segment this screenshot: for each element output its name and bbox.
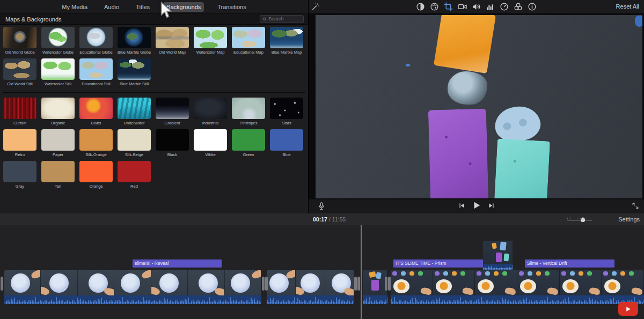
crop-icon[interactable] <box>444 2 453 11</box>
background-item-old-world-globe[interactable]: Old World Globe <box>3 27 36 55</box>
background-item-blue-marble-map[interactable]: Blue Marble Map <box>270 27 303 55</box>
background-thumbnail[interactable] <box>270 98 303 119</box>
background-thumbnail[interactable] <box>79 27 113 48</box>
background-item-silk-orange[interactable]: Silk-Orange <box>79 129 113 157</box>
background-thumbnail[interactable] <box>79 58 113 80</box>
background-thumbnail[interactable] <box>41 161 75 182</box>
speed-icon[interactable] <box>500 2 509 11</box>
background-item-black[interactable]: Black <box>156 129 189 157</box>
timeline-clip[interactable] <box>4 270 261 304</box>
settings-button[interactable]: Settings <box>618 216 640 222</box>
timeline-clip[interactable] <box>363 270 387 304</box>
background-item-orange[interactable]: Orange <box>79 161 113 189</box>
timeline-clip[interactable] <box>267 270 354 304</box>
background-thumbnail[interactable] <box>3 129 36 151</box>
background-item-watercolor-still[interactable]: Watercolor Still <box>41 58 75 86</box>
background-thumbnail[interactable] <box>232 129 265 151</box>
background-item-pinstripes[interactable]: Pinstripes <box>232 98 265 125</box>
background-thumbnail[interactable] <box>118 129 151 151</box>
background-item-paper[interactable]: Paper <box>41 129 75 157</box>
background-item-blue-marble-globe[interactable]: Blue Marble Globe <box>118 27 151 55</box>
background-item-gray[interactable]: Gray <box>3 161 36 189</box>
clip-trim-handle[interactable] <box>388 277 391 291</box>
background-thumbnail[interactable] <box>79 161 113 182</box>
background-thumbnail[interactable] <box>118 58 151 80</box>
background-thumbnail[interactable] <box>118 98 151 119</box>
background-item-blue[interactable]: Blue <box>270 129 303 157</box>
tab-my-media[interactable]: My Media <box>58 2 91 12</box>
background-thumbnail[interactable] <box>270 27 303 48</box>
background-thumbnail[interactable] <box>3 161 36 182</box>
background-thumbnail[interactable] <box>41 58 75 80</box>
skip-back-icon[interactable] <box>458 202 465 211</box>
background-thumbnail[interactable] <box>79 129 113 151</box>
background-thumbnail[interactable] <box>3 98 36 119</box>
background-thumbnail[interactable] <box>156 98 189 119</box>
background-item-green[interactable]: Green <box>232 129 265 157</box>
search-field[interactable]: Search <box>260 15 304 23</box>
background-thumbnail[interactable] <box>270 129 303 151</box>
color-balance-icon[interactable] <box>416 2 425 11</box>
background-thumbnail[interactable] <box>194 27 227 48</box>
title-overlay-clip[interactable]: slime!!!! - Reveal <box>133 259 222 268</box>
clip-trim-handle[interactable] <box>262 277 265 291</box>
background-item-gradient[interactable]: Gradient <box>156 98 189 125</box>
timeline-clip[interactable] <box>391 270 644 304</box>
fullscreen-icon[interactable] <box>632 202 639 212</box>
timeline[interactable]: slime!!!! - RevealIT'S SLIME TIME - Pris… <box>0 225 644 319</box>
background-thumbnail[interactable] <box>232 98 265 119</box>
background-thumbnail[interactable] <box>41 27 75 48</box>
background-thumbnail[interactable] <box>156 27 189 48</box>
background-item-educational-still[interactable]: Educational Still <box>79 58 113 86</box>
background-item-educational-map[interactable]: Educational Map <box>232 27 265 55</box>
background-item-old-world-still[interactable]: Old World Still <box>3 58 36 86</box>
background-item-underwater[interactable]: Underwater <box>118 98 151 125</box>
clip-trim-handle[interactable] <box>354 277 357 291</box>
background-item-old-world-map[interactable]: Old World Map <box>156 27 189 55</box>
background-item-white[interactable]: White <box>194 129 227 157</box>
color-correction-icon[interactable] <box>430 2 439 11</box>
background-thumbnail[interactable] <box>118 161 151 182</box>
tab-transitions[interactable]: Transitions <box>214 2 249 12</box>
background-item-stars[interactable]: Stars <box>270 98 303 125</box>
tab-titles[interactable]: Titles <box>133 2 153 12</box>
background-item-organic[interactable]: Organic <box>41 98 75 125</box>
background-item-curtain[interactable]: Curtain <box>3 98 36 125</box>
title-overlay-clip[interactable]: IT'S SLIME TIME - Prism <box>393 259 483 268</box>
background-thumbnail[interactable] <box>232 27 265 48</box>
background-item-watercolor-map[interactable]: Watercolor Map <box>194 27 227 55</box>
filters-icon[interactable] <box>514 2 523 11</box>
background-item-industrial[interactable]: Industrial <box>194 98 227 125</box>
background-item-retro[interactable]: Retro <box>3 129 36 157</box>
background-thumbnail[interactable] <box>79 98 113 119</box>
timeline-zoom-slider[interactable] <box>567 217 592 222</box>
background-thumbnail[interactable] <box>41 98 75 119</box>
clip-trim-handle[interactable] <box>357 277 360 291</box>
reset-all-button[interactable]: Reset All <box>616 3 639 10</box>
play-icon[interactable] <box>472 201 481 212</box>
noise-reduction-icon[interactable] <box>486 2 495 11</box>
background-thumbnail[interactable] <box>156 129 189 151</box>
background-item-tan[interactable]: Tan <box>41 161 75 189</box>
background-thumbnail[interactable] <box>194 129 227 151</box>
playhead[interactable] <box>361 225 362 319</box>
volume-icon[interactable] <box>472 2 481 11</box>
background-item-red[interactable]: Red <box>118 161 151 189</box>
background-item-blue-marble-still[interactable]: Blue Marble Still <box>118 58 151 86</box>
connected-clip[interactable] <box>483 241 513 270</box>
tab-audio[interactable]: Audio <box>101 2 122 12</box>
background-item-blobs[interactable]: Blobs <box>79 98 113 125</box>
background-item-watercolor-globe[interactable]: Watercolor Globe <box>41 27 75 55</box>
stabilization-icon[interactable] <box>458 2 467 11</box>
skip-forward-icon[interactable] <box>488 202 495 211</box>
background-item-silk-beige[interactable]: Silk-Beige <box>118 129 151 157</box>
clip-trim-handle[interactable] <box>1 277 3 291</box>
background-thumbnail[interactable] <box>194 98 227 119</box>
background-thumbnail[interactable] <box>118 27 151 48</box>
background-thumbnail[interactable] <box>3 58 36 80</box>
clip-trim-handle[interactable] <box>385 277 387 291</box>
background-thumbnail[interactable] <box>41 129 75 151</box>
info-icon[interactable] <box>528 2 537 11</box>
background-thumbnail[interactable] <box>3 27 36 48</box>
clip-trim-handle[interactable] <box>265 277 268 291</box>
